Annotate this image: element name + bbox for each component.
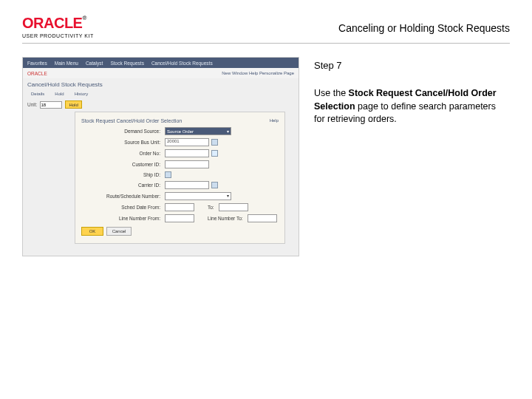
nav-cancel-hold: Cancel/Hold Stock Requests [151, 61, 213, 66]
header-divider [22, 43, 510, 44]
lookup-icon [211, 150, 218, 157]
cancel-button: Cancel [106, 227, 132, 236]
lookup-icon [211, 139, 218, 146]
lbl-sched-from: Sched Date From: [81, 205, 163, 210]
brand-logo: ORACLE® USER PRODUCTIVITY KIT [22, 15, 94, 38]
lbl-cust-id: Customer ID: [81, 162, 163, 167]
tab-bar: Details Hold History [23, 91, 299, 99]
nav-favorites: Favorites [27, 61, 47, 66]
fld-source-bu: 20001 [165, 138, 209, 146]
nav-stock-requests: Stock Requests [110, 61, 144, 66]
form-panel: Stock Request Cancel/Hold Order Selectio… [75, 112, 285, 244]
unit-row: Unit: Hold [23, 99, 299, 112]
lbl-order-no: Order No: [81, 151, 163, 156]
upk-label: USER PRODUCTIVITY KIT [22, 33, 94, 38]
app-links: New Window Help Personalize Page [222, 71, 294, 75]
lbl-sched-to: To: [208, 205, 216, 210]
tab-hold: Hold [51, 91, 67, 97]
hold-button: Hold [65, 100, 81, 109]
app-nav-bar: Favorites Main Menu Catalyst Stock Reque… [23, 58, 299, 68]
fld-line-to [248, 214, 277, 222]
oracle-logo-tm: ® [82, 15, 86, 21]
lbl-route: Route/Schedule Number: [81, 194, 163, 199]
lookup-icon [211, 182, 218, 188]
lbl-ship-id: Ship ID: [81, 172, 163, 177]
lbl-line-to: Line Number To: [208, 216, 245, 221]
unit-label: Unit: [27, 102, 37, 107]
help-link: Help [270, 118, 279, 127]
instruction-text: Use the Stock Request Cancel/Hold Order … [314, 87, 506, 126]
page-title: Canceling or Holding Stock Requests [338, 22, 510, 34]
lbl-demand-source: Demand Source: [81, 129, 163, 134]
nav-catalyst: Catalyst [86, 61, 103, 66]
unit-input [40, 101, 62, 109]
screenshot-mock: Favorites Main Menu Catalyst Stock Reque… [22, 57, 299, 256]
fld-order-no [165, 149, 209, 157]
oracle-logo: ORACLE® [22, 15, 94, 32]
fld-line-from [165, 214, 194, 222]
fld-demand-source: Source Order [165, 127, 231, 135]
form-title: Stock Request Cancel/Hold Order Selectio… [81, 118, 182, 123]
nav-main: Main Menu [55, 61, 78, 66]
fld-route [165, 192, 231, 200]
lbl-source-bu: Source Bus Unit: [81, 140, 163, 145]
fld-carrier [165, 181, 209, 189]
oracle-logo-text: ORACLE [22, 15, 82, 31]
fld-sched-to [219, 203, 248, 211]
tab-details: Details [27, 91, 48, 97]
fld-sched-from [165, 203, 194, 211]
instr-pre: Use the [314, 88, 349, 98]
tab-history: History [71, 91, 92, 97]
app-brand: ORACLE [27, 71, 47, 76]
lbl-line-from: Line Number From: [81, 216, 163, 221]
lbl-carrier: Carrier ID: [81, 183, 163, 188]
section-title: Cancel/Hold Stock Requests [23, 78, 299, 91]
ok-button: OK [81, 227, 103, 236]
app-brand-bar: ORACLE New Window Help Personalize Page [23, 68, 299, 78]
step-label: Step 7 [314, 60, 506, 71]
fld-cust-id [165, 160, 209, 168]
lookup-icon [165, 171, 171, 178]
